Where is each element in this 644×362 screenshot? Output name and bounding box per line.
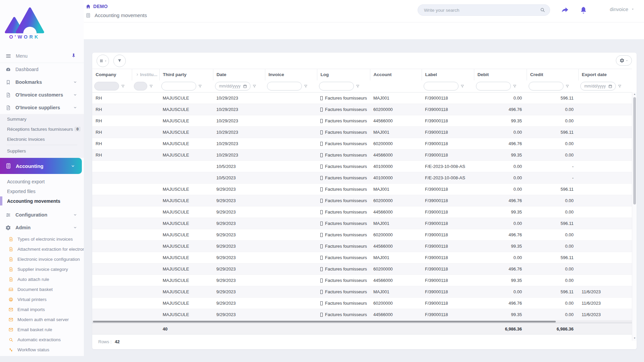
filter-button[interactable]	[113, 55, 126, 67]
scroll-down-arrow[interactable]: ▼	[632, 336, 637, 340]
table-row[interactable]: 10/5/2023Factures fournisseurs40100000F/…	[92, 161, 632, 172]
column-header-institution[interactable]: Institu...	[132, 69, 159, 80]
vertical-scrollbar[interactable]: ▲ ▼	[632, 92, 637, 341]
filter-funnel-icon[interactable]	[618, 84, 622, 88]
column-header-export-date[interactable]: Export date	[578, 69, 632, 80]
horizontal-scrollbar[interactable]	[92, 320, 632, 323]
table-row[interactable]: RHMAJUSCULE10/29/2023Factures fournisseu…	[92, 104, 632, 115]
table-row[interactable]: 10/5/2023Factures fournisseurs40100000F/…	[92, 172, 632, 184]
breadcrumb[interactable]: DEMO	[86, 4, 108, 9]
pin-icon[interactable]	[71, 53, 76, 59]
scroll-up-arrow[interactable]: ▲	[632, 92, 637, 96]
sidebar-item-types-of-electronic-invoices[interactable]: Types of electronic invoices	[0, 234, 84, 244]
sidebar-item-admin[interactable]: Admin	[0, 221, 84, 234]
table-row[interactable]: MAJUSCULE9/29/2023Factures fournisseurs6…	[92, 298, 632, 309]
column-header-invoice[interactable]: Invoice	[265, 69, 317, 80]
search-input[interactable]	[418, 4, 550, 16]
table-settings-button[interactable]	[616, 55, 632, 66]
filter-funnel-icon[interactable]	[121, 84, 125, 88]
vertical-scrollbar-thumb[interactable]	[633, 97, 636, 204]
sidebar-item-dashboard[interactable]: Dashboard	[0, 63, 84, 76]
column-header-account[interactable]: Account	[370, 69, 422, 80]
filter-input-third-party[interactable]	[161, 82, 196, 90]
table-row[interactable]: RHMAJUSCULE10/29/2023Factures fournisseu…	[92, 127, 632, 138]
cell-third-party: MAJUSCULE	[159, 286, 213, 298]
sidebar-item-oinvoice-customers[interactable]: O'Invoice customers	[0, 88, 84, 101]
table-row[interactable]: RHMAJUSCULE10/29/2023Factures fournisseu…	[92, 149, 632, 161]
filter-funnel-icon[interactable]	[356, 84, 360, 88]
column-header-third-party[interactable]: Third party	[159, 69, 213, 80]
sidebar-item-virtual-printers[interactable]: Virtual printers	[0, 294, 84, 304]
sidebar-item-workflow-status[interactable]: Workflow status	[0, 345, 84, 355]
doc-icon	[8, 247, 13, 252]
table-row[interactable]: MAJUSCULE9/29/2023Factures fournisseursM…	[92, 184, 632, 195]
calendar-icon[interactable]	[243, 84, 247, 88]
sidebar-item-accounting-movements[interactable]: Accounting movements	[0, 196, 84, 206]
filter-funnel-icon[interactable]	[460, 84, 465, 88]
filter-funnel-icon[interactable]	[565, 84, 570, 88]
sidebar-item-document-basket[interactable]: Document basket	[0, 284, 84, 294]
sidebar-item-oinvoice-suppliers[interactable]: O'Invoice suppliers	[0, 101, 84, 114]
filter-date-input-date[interactable]: mm/dd/yyyy	[215, 82, 251, 90]
filter-input-log[interactable]	[319, 82, 354, 90]
column-header-log[interactable]: Log	[317, 69, 370, 80]
filter-funnel-icon[interactable]	[513, 84, 517, 88]
table-row[interactable]: MAJUSCULE9/29/2023Factures fournisseurs6…	[92, 263, 632, 275]
sidebar-item-accounting-export[interactable]: Accounting export	[0, 177, 84, 186]
share-button[interactable]	[560, 5, 570, 14]
sidebar-item-exported-files[interactable]: Exported files	[0, 186, 84, 196]
filter-input-invoice[interactable]	[267, 82, 302, 90]
sidebar-item-auto-attach-rule[interactable]: Auto attach rule	[0, 274, 84, 284]
sidebar-menu-toggle[interactable]: Menu	[0, 49, 84, 63]
table-row[interactable]: RHMAJUSCULE10/29/2023Factures fournisseu…	[92, 138, 632, 149]
table-row[interactable]: RHMAJUSCULE10/29/2023Factures fournisseu…	[92, 93, 632, 104]
table-row[interactable]: RHMAJUSCULE10/29/2023Factures fournisseu…	[92, 115, 632, 127]
filter-funnel-icon[interactable]	[252, 84, 257, 88]
table-row[interactable]: MAJUSCULE9/29/2023Factures fournisseurs6…	[92, 195, 632, 206]
table-row[interactable]: MAJUSCULE9/29/2023Factures fournisseurs4…	[92, 309, 632, 320]
columns-button[interactable]	[97, 55, 109, 67]
sidebar-item-accounting[interactable]: Accounting	[0, 158, 82, 174]
filter-input-label[interactable]	[424, 82, 459, 90]
sidebar-item-email-basket-rule[interactable]: Email basket rule	[0, 324, 84, 335]
search-icon[interactable]	[540, 7, 545, 13]
column-header-label[interactable]: Label	[422, 69, 474, 80]
notifications-button[interactable]	[579, 5, 588, 14]
filter-funnel-icon[interactable]	[198, 84, 202, 88]
filter-input-credit[interactable]	[529, 82, 564, 90]
table-row[interactable]: MAJUSCULE9/29/2023Factures fournisseurs4…	[92, 275, 632, 286]
column-header-debit[interactable]: Debit	[474, 69, 527, 80]
column-header-company[interactable]: Company	[92, 69, 132, 80]
column-header-credit[interactable]: Credit	[527, 69, 578, 80]
sidebar-item-bookmarks[interactable]: Bookmarks	[0, 76, 84, 88]
sidebar-item-receptions-factures-fournisseurs[interactable]: Réceptions factures fournisseurs 0	[0, 124, 84, 134]
cell-credit: 0.00	[527, 298, 578, 309]
table-row[interactable]: MAJUSCULE9/29/2023Factures fournisseurs4…	[92, 206, 632, 218]
filter-input-debit[interactable]	[476, 82, 511, 90]
filter-funnel-icon[interactable]	[149, 84, 153, 88]
user-menu[interactable]: dinvoice	[610, 6, 635, 12]
sidebar-item-attachment-extraction-for-electron[interactable]: Attachment extraction for electron	[0, 244, 84, 254]
table-row[interactable]: MAJUSCULE9/29/2023Factures fournisseurs6…	[92, 229, 632, 241]
horizontal-scrollbar-thumb[interactable]	[93, 321, 556, 322]
sidebar-item-modern-auth-email-server[interactable]: Modern auth email server	[0, 314, 84, 324]
column-header-date[interactable]: Date	[213, 69, 265, 80]
sidebar-item-electronic-invoice-configuration[interactable]: Electronic invoice configuration	[0, 254, 84, 264]
cell-date: 9/29/2023	[213, 229, 265, 241]
sidebar-item-supplier-invoice-category[interactable]: Supplier invoice category	[0, 264, 84, 274]
table-row[interactable]: MAJUSCULE9/29/2023Factures fournisseurs4…	[92, 241, 632, 252]
calendar-icon[interactable]	[608, 84, 612, 88]
filter-funnel-icon[interactable]	[304, 84, 308, 88]
sidebar-item-label: Accounting movements	[7, 198, 60, 204]
table-row[interactable]: MAJUSCULE9/29/2023Factures fournisseursM…	[92, 218, 632, 229]
table-row[interactable]: MAJUSCULE9/29/2023Factures fournisseursM…	[92, 252, 632, 263]
sidebar-item-automatic-extractions[interactable]: Automatic extractions	[0, 335, 84, 345]
sidebar-item-electronic-invoices[interactable]: Electronic Invoices	[0, 134, 84, 144]
sidebar-item-suppliers[interactable]: Suppliers	[0, 146, 84, 156]
filter-date-input-export-date[interactable]: mm/dd/yyyy	[580, 82, 616, 90]
sidebar-item-summary[interactable]: Summary	[0, 114, 84, 124]
count-badge: 0	[74, 127, 80, 131]
sidebar-item-email-imports[interactable]: Email imports	[0, 304, 84, 314]
table-row[interactable]: MAJUSCULE9/29/2023Factures fournisseursM…	[92, 286, 632, 298]
sidebar-item-configuration[interactable]: Configuration	[0, 208, 84, 221]
